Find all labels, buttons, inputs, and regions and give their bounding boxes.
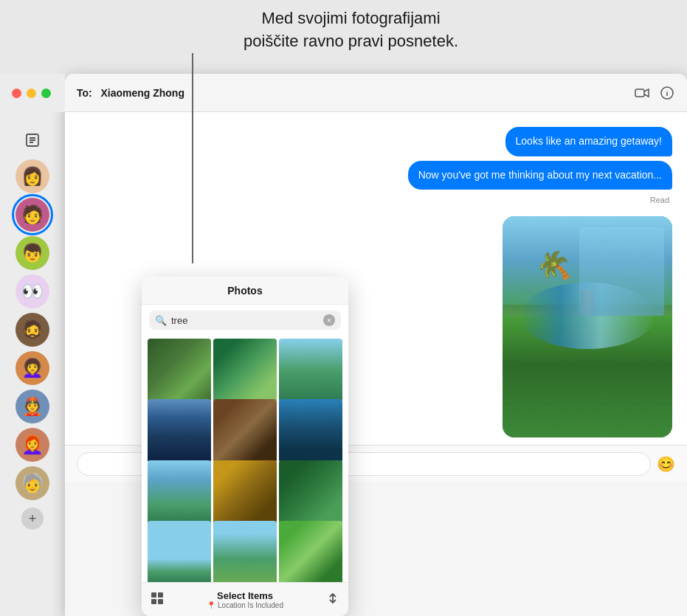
svg-rect-5 bbox=[151, 599, 156, 604]
photo-thumb-8[interactable] bbox=[213, 460, 277, 524]
avatar-9[interactable]: 🧓 bbox=[15, 466, 49, 500]
photos-search-container: 🔍 × bbox=[142, 305, 348, 336]
tropical-photo: 🌴 bbox=[503, 216, 672, 437]
photo-thumb-7[interactable] bbox=[148, 460, 211, 524]
emoji-button[interactable]: 😊 bbox=[657, 455, 675, 473]
title-bar: To: Xiaomeng Zhong bbox=[65, 74, 687, 112]
photo-thumb-1[interactable] bbox=[148, 339, 211, 402]
minimize-button[interactable] bbox=[27, 89, 36, 98]
svg-rect-4 bbox=[158, 592, 163, 598]
avatar-2-selected[interactable]: 🧑 bbox=[15, 198, 49, 232]
video-call-button[interactable] bbox=[634, 85, 650, 101]
svg-rect-3 bbox=[151, 592, 156, 598]
photo-thumb-12[interactable] bbox=[279, 521, 342, 582]
avatar-4[interactable]: 👀 bbox=[15, 274, 49, 308]
photos-popup-title: Photos bbox=[142, 277, 348, 305]
photos-footer: Select Items 📍 Location Is Included bbox=[142, 582, 348, 616]
select-items-label: Select Items bbox=[207, 590, 283, 601]
title-bar-actions bbox=[634, 85, 675, 101]
message-2: Now you've got me thinking about my next… bbox=[408, 161, 672, 190]
location-icon: 📍 bbox=[207, 601, 215, 609]
sidebar: 👩 🧑 👦 👀 🧔 👩‍🦱 👲 👩‍🦰 🧓 + bbox=[0, 74, 65, 616]
photo-thumb-3[interactable] bbox=[279, 339, 342, 402]
search-wrapper: 🔍 × bbox=[149, 311, 341, 330]
recipient-label: To: Xiaomeng Zhong bbox=[77, 87, 184, 99]
message-1-text: Looks like an amazing getaway! bbox=[516, 135, 662, 147]
message-1: Looks like an amazing getaway! bbox=[505, 127, 672, 156]
clear-search-button[interactable]: × bbox=[323, 314, 335, 326]
traffic-lights bbox=[0, 74, 65, 112]
grid-view-button[interactable] bbox=[151, 592, 164, 608]
photos-grid bbox=[142, 336, 348, 582]
close-button[interactable] bbox=[12, 89, 21, 98]
recipient-name[interactable]: Xiaomeng Zhong bbox=[100, 87, 184, 99]
message-2-text: Now you've got me thinking about my next… bbox=[418, 169, 662, 181]
photo-thumb-5[interactable] bbox=[213, 399, 277, 463]
messages-window: To: Xiaomeng Zhong Looks l bbox=[65, 74, 687, 616]
photo-thumb-10[interactable] bbox=[148, 521, 211, 582]
avatar-6[interactable]: 👩‍🦱 bbox=[15, 351, 49, 385]
avatar-8[interactable]: 👩‍🦰 bbox=[15, 428, 49, 462]
photos-search-input[interactable] bbox=[171, 315, 319, 326]
compose-button[interactable] bbox=[18, 125, 47, 155]
add-conversation-button[interactable]: + bbox=[21, 508, 44, 530]
photo-thumb-6[interactable] bbox=[279, 399, 342, 463]
read-indicator: Read bbox=[80, 195, 672, 204]
fullscreen-button[interactable] bbox=[41, 89, 51, 98]
footer-center: Select Items 📍 Location Is Included bbox=[207, 590, 283, 609]
svg-rect-6 bbox=[158, 599, 163, 604]
annotation-text: Med svojimi fotografijami poiščite ravno… bbox=[162, 7, 539, 53]
info-button[interactable] bbox=[659, 85, 675, 101]
avatar-3[interactable]: 👦 bbox=[15, 236, 49, 270]
avatar-5[interactable]: 🧔 bbox=[15, 313, 49, 347]
photo-thumb-11[interactable] bbox=[213, 521, 277, 582]
location-label: 📍 Location Is Included bbox=[207, 601, 283, 609]
to-label: To: bbox=[77, 87, 92, 99]
avatar-1[interactable]: 👩 bbox=[15, 159, 49, 193]
sort-button[interactable] bbox=[326, 592, 339, 608]
photo-thumb-9[interactable] bbox=[279, 460, 342, 524]
svg-rect-1 bbox=[635, 89, 644, 97]
avatar-7[interactable]: 👲 bbox=[15, 390, 49, 423]
photo-thumb-2[interactable] bbox=[213, 339, 277, 402]
photos-popup: Photos 🔍 × bbox=[142, 277, 348, 616]
photo-thumb-4[interactable] bbox=[148, 399, 211, 463]
search-icon: 🔍 bbox=[155, 315, 167, 326]
